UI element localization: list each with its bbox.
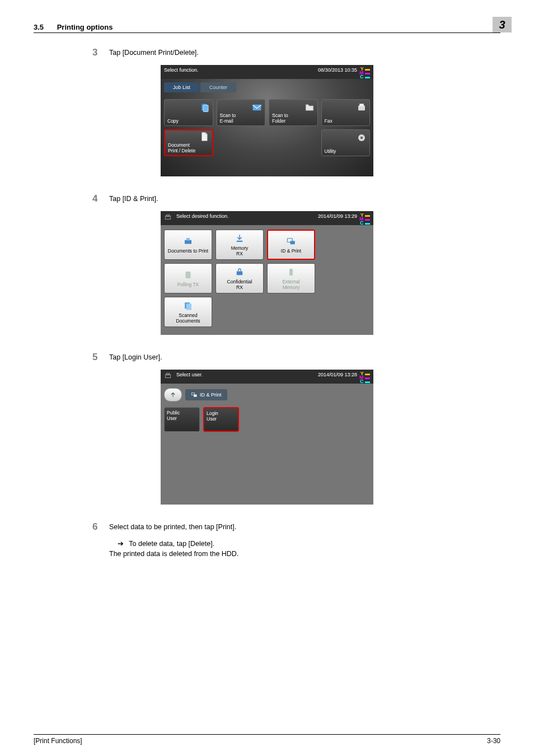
envelope-icon: [252, 102, 262, 113]
tile-public-user[interactable]: Public User: [164, 407, 200, 432]
svg-rect-20: [167, 373, 170, 375]
tile-documents-to-print[interactable]: Documents to Print: [164, 230, 212, 260]
step-number-5: 5: [92, 352, 109, 363]
timestamp: 2014/01/09 13:29: [318, 213, 357, 219]
tile-id-print[interactable]: ID & Print: [267, 230, 315, 260]
svg-rect-15: [237, 271, 243, 275]
id-print-icon: [286, 236, 296, 246]
tile-scan-email[interactable]: Scan to E-mail: [217, 99, 266, 126]
tile-document-print-delete[interactable]: Document Print / Delete: [164, 129, 213, 156]
tile-confidential-rx[interactable]: Confidential RX: [216, 263, 264, 293]
tile-memory-rx[interactable]: Memory RX: [216, 230, 264, 260]
tile-scan-folder[interactable]: Scan to Folder: [269, 99, 318, 126]
footer-left: [Print Functions]: [34, 737, 82, 745]
step-text-4: Tap [ID & Print].: [109, 193, 158, 203]
polling-icon: [183, 270, 193, 280]
scanned-icon: [183, 301, 193, 311]
fax-icon: [357, 102, 367, 113]
svg-rect-8: [167, 214, 170, 217]
tile-scanned-documents[interactable]: Scanned Documents: [164, 297, 212, 327]
timestamp: 08/30/2013 10:35: [318, 67, 357, 73]
svg-rect-2: [253, 105, 261, 111]
step-text-5: Tap [Login User].: [109, 352, 162, 361]
step-number-6: 6: [92, 521, 109, 533]
timestamp: 2014/01/09 13:28: [318, 372, 357, 377]
download-icon: [235, 234, 245, 244]
tab-counter[interactable]: Counter: [200, 82, 236, 92]
tile-polling-tx[interactable]: Polling TX: [164, 263, 212, 293]
svg-rect-11: [237, 240, 243, 241]
tile-utility[interactable]: Utility: [321, 129, 371, 156]
svg-rect-22: [194, 395, 197, 397]
toner-indicator: Y ▬M ▬C ▬: [359, 372, 370, 384]
prompt-text: Select function.: [164, 67, 199, 79]
tile-external-memory[interactable]: External Memory: [267, 263, 315, 293]
section-number: 3.5: [34, 23, 44, 31]
lock-printer-icon: [235, 267, 245, 277]
printer-icon: [183, 236, 193, 246]
section-heading: 3.5 Printing options: [34, 23, 113, 31]
screenshot-select-function: Select function. 08/30/2013 10:35 Y ▬M ▬…: [161, 65, 373, 176]
document-icon: [199, 132, 209, 142]
prompt-text: Select desired function.: [176, 213, 229, 225]
svg-rect-9: [185, 240, 191, 244]
screenshot-select-desired-function: Select desired function. 2014/01/09 13:2…: [161, 211, 373, 335]
step-6-detail-2: The printed data is deleted from the HDD…: [109, 550, 500, 558]
copy-icon: [200, 102, 210, 113]
step-number-3: 3: [92, 47, 109, 58]
usb-icon: [286, 267, 296, 277]
tab-job-list[interactable]: Job List: [164, 82, 199, 92]
arrow-icon: ➔: [118, 540, 124, 548]
toner-indicator: Y ▬M ▬C ▬: [359, 213, 370, 225]
printer-outline-icon: [164, 213, 172, 221]
prompt-text: Select user.: [176, 372, 203, 384]
svg-rect-14: [186, 272, 191, 278]
step-6-detail-1: ➔ To delete data, tap [Delete].: [118, 539, 500, 548]
step-text-6: Select data to be printed, then tap [Pri…: [109, 521, 236, 531]
breadcrumb: ID & Print: [185, 389, 227, 400]
screenshot-select-user: Select user. 2014/01/09 13:28 Y ▬M ▬C ▬ …: [161, 370, 373, 505]
tile-login-user[interactable]: Login User: [203, 407, 239, 432]
back-button[interactable]: [164, 388, 182, 402]
footer-right: 3-30: [487, 737, 500, 745]
step-number-4: 4: [92, 193, 109, 204]
chapter-badge: 3: [493, 17, 512, 32]
gear-icon: [357, 133, 367, 143]
folder-icon: [305, 102, 315, 113]
tile-fax[interactable]: Fax: [321, 99, 371, 126]
svg-rect-1: [203, 105, 208, 112]
step-text-3: Tap [Document Print/Delete].: [109, 47, 199, 57]
printer-outline-icon: [164, 372, 172, 380]
up-arrow-icon: [170, 391, 176, 398]
svg-rect-18: [186, 304, 191, 310]
tile-copy[interactable]: Copy: [164, 99, 213, 126]
svg-rect-13: [291, 241, 295, 244]
svg-rect-10: [186, 238, 190, 241]
id-print-small-icon: [191, 391, 198, 398]
svg-rect-4: [359, 104, 364, 106]
section-title: Printing options: [57, 23, 113, 31]
toner-indicator: Y ▬M ▬C ▬: [359, 67, 370, 79]
svg-point-6: [360, 137, 363, 139]
svg-rect-16: [289, 269, 293, 276]
